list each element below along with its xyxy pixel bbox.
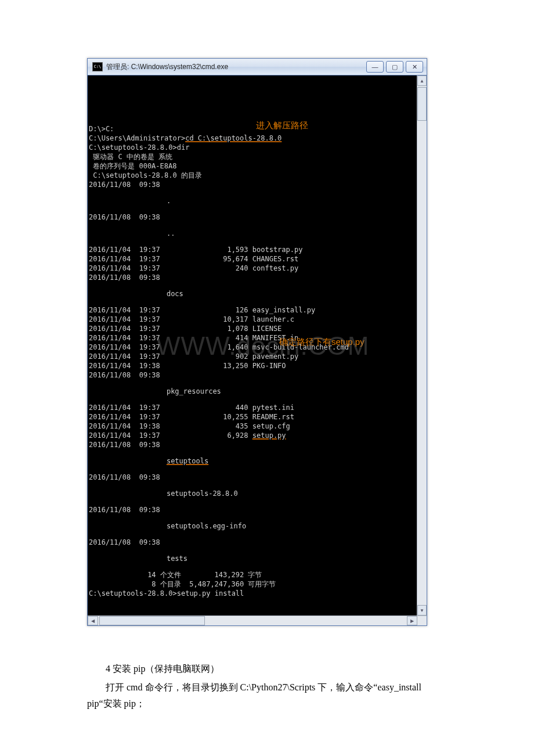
maximize-button[interactable]: ▢ [386, 61, 403, 73]
terminal-line: 2016/11/04 19:37 902 pavement.py [89, 352, 417, 361]
terminal-line: 14 个文件 143,292 字节 [89, 570, 417, 579]
terminal-line: 2016/11/04 19:38 13,250 PKG-INFO [89, 361, 417, 370]
terminal-line: 2016/11/04 19:37 440 pytest.ini [89, 403, 417, 412]
annotation-confirm-setup: 确定路径下有setup.py [279, 337, 365, 347]
scroll-left-icon[interactable]: ◀ [88, 616, 98, 625]
terminal-line: 驱动器 C 中的卷是 系统 [89, 152, 417, 161]
terminal-line: 2016/11/04 19:37 10,255 README.rst [89, 412, 417, 422]
terminal-line: 2016/11/04 19:37 10,317 launcher.c [89, 315, 417, 324]
terminal-line: 2016/11/08 09:38 .. [89, 213, 417, 238]
terminal-line: C:\setuptools-28.8.0>dir [89, 143, 417, 152]
paragraph-step4-detail: 打开 cmd 命令行，将目录切换到 C:\Python27\Scripts 下，… [87, 679, 447, 712]
window-title: 管理员: C:\Windows\system32\cmd.exe [106, 62, 366, 72]
vertical-scrollbar[interactable]: ▲ ▼ [417, 75, 427, 615]
terminal-line: C:\setuptools-28.8.0 的目录 [89, 171, 417, 180]
terminal-line: 2016/11/04 19:37 414 MANIFEST.in [89, 333, 417, 343]
terminal-line: 2016/11/04 19:37 240 conftest.py [89, 264, 417, 273]
terminal-line: 2016/11/08 09:38 tests [89, 538, 417, 563]
window-buttons: — ▢ ✕ [366, 61, 423, 73]
scroll-up-icon[interactable]: ▲ [417, 75, 427, 86]
terminal-line: D:\>C: [89, 124, 417, 134]
terminal-line: 2016/11/04 19:37 1,078 LICENSE [89, 324, 417, 333]
terminal-line: 2016/11/04 19:37 6,928 setup.py [89, 431, 417, 440]
scroll-right-icon[interactable]: ▶ [407, 616, 417, 625]
terminal-line: 2016/11/08 09:38 . [89, 180, 417, 206]
terminal-line: 卷的序列号是 000A-E8A8 [89, 161, 417, 171]
cmd-window: C:\ 管理员: C:\Windows\system32\cmd.exe — ▢… [87, 58, 427, 626]
cmd-icon: C:\ [92, 62, 103, 71]
terminal-line: 2016/11/08 09:38 docs [89, 273, 417, 298]
paragraph-step4: 4 安装 pip（保持电脑联网） [87, 661, 447, 677]
terminal-line: 2016/11/04 19:38 435 setup.cfg [89, 422, 417, 431]
terminal-line: 2016/11/04 19:37 126 easy_install.py [89, 305, 417, 315]
terminal-output[interactable]: 进入解压路径 确定路径下有setup.py WWW.docin.COM D:\>… [88, 75, 417, 615]
annotation-enter-path: 进入解压路径 [256, 121, 308, 130]
terminal-line: C:\setuptools-28.8.0>setup.py install [89, 589, 417, 598]
close-button[interactable]: ✕ [406, 61, 423, 73]
terminal-line: 2016/11/04 19:37 95,674 CHANGES.rst [89, 254, 417, 264]
terminal-line: C:\Users\Administrator>cd C:\setuptools-… [89, 134, 417, 143]
scroll-thumb[interactable] [417, 87, 427, 121]
terminal-line: 2016/11/08 09:38 setuptools.egg-info [89, 505, 417, 531]
minimize-button[interactable]: — [366, 61, 384, 73]
terminal-line: 2016/11/08 09:38 setuptools [89, 440, 417, 466]
document-body: 4 安装 pip（保持电脑联网） 打开 cmd 命令行，将目录切换到 C:\Py… [87, 661, 447, 712]
terminal-line: 2016/11/04 19:37 1,593 bootstrap.py [89, 245, 417, 254]
scroll-thumb-h[interactable] [99, 616, 205, 625]
terminal-line: 2016/11/04 19:37 1,640 msvc-build-launch… [89, 343, 417, 352]
scroll-down-icon[interactable]: ▼ [417, 605, 427, 615]
horizontal-scrollbar[interactable]: ◀ ▶ [88, 615, 427, 625]
terminal-line: 2016/11/08 09:38 setuptools-28.8.0 [89, 473, 417, 498]
titlebar[interactable]: C:\ 管理员: C:\Windows\system32\cmd.exe — ▢… [88, 59, 427, 75]
terminal-line: 8 个目录 5,487,247,360 可用字节 [89, 579, 417, 589]
terminal-line: 2016/11/08 09:38 pkg_resources [89, 370, 417, 396]
